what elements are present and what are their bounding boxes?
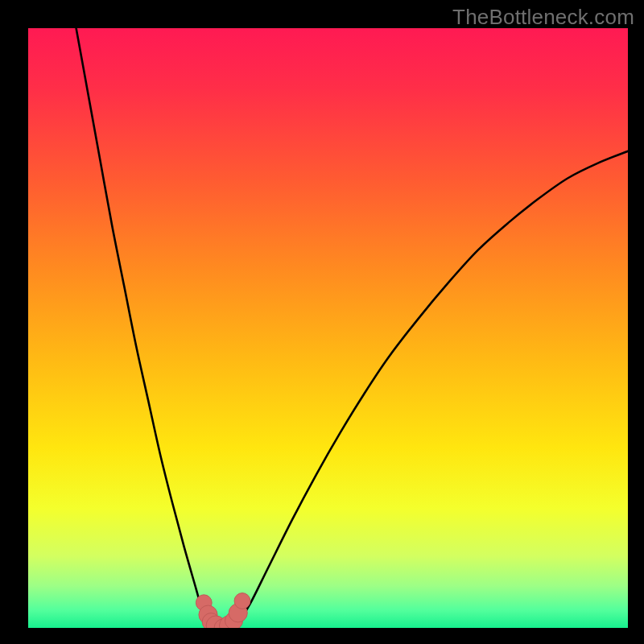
knot-bead (234, 593, 250, 609)
gradient-background (28, 28, 628, 628)
watermark-text: TheBottleneck.com (452, 5, 634, 30)
bottleneck-chart (28, 28, 628, 628)
plot-area (28, 28, 628, 628)
chart-frame: TheBottleneck.com (0, 0, 644, 644)
